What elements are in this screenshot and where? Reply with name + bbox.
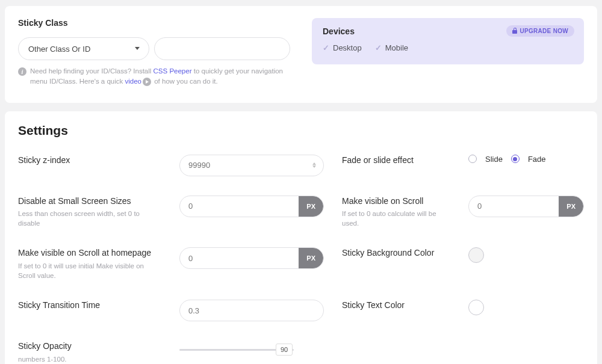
zindex-input-wrap — [179, 155, 324, 176]
visible-scroll-input-wrap: PX — [468, 196, 584, 217]
sticky-class-column: Sticky Class Other Class Or ID i Need he… — [18, 18, 290, 87]
textcolor-label: Sticky Text Color — [342, 300, 450, 311]
upgrade-button[interactable]: UPGRADE NOW — [506, 25, 574, 37]
transition-input-wrap — [179, 300, 324, 321]
check-icon: ✓ — [323, 43, 329, 52]
zindex-stepper[interactable] — [312, 162, 323, 168]
radio-fade-label: Fade — [528, 155, 546, 164]
transition-input[interactable] — [180, 300, 323, 321]
disable-input[interactable] — [180, 196, 299, 217]
disable-label: Disable at Small Screen Sizes — [18, 196, 161, 207]
textcolor-label-block: Sticky Text Color — [342, 300, 450, 311]
device-mobile-checkbox[interactable]: ✓ Mobile — [375, 43, 408, 52]
effect-radio-group: Slide Fade — [468, 155, 584, 164]
check-icon: ✓ — [375, 43, 382, 52]
radio-fade[interactable] — [511, 155, 520, 163]
visible-home-input[interactable] — [180, 248, 299, 268]
visible-scroll-input[interactable] — [469, 196, 559, 217]
devices-panel: UPGRADE NOW Devices ✓ Desktop ✓ Mobile — [312, 18, 584, 64]
effect-label: Fade or slide effect — [342, 155, 450, 166]
disable-input-wrap: PX — [179, 196, 324, 217]
play-icon — [143, 78, 151, 86]
sticky-class-card: Sticky Class Other Class Or ID i Need he… — [5, 6, 597, 103]
settings-heading: Settings — [18, 123, 584, 138]
visible-home-help: If set to 0 it will use initial Make vis… — [18, 262, 161, 280]
opacity-slider-thumb[interactable]: 90 — [276, 344, 293, 356]
visible-scroll-label-block: Make visible on Scroll If set to 0 auto … — [342, 196, 450, 229]
lock-icon — [512, 28, 517, 34]
helper-text: i Need help finding your ID/Class? Insta… — [18, 66, 290, 87]
visible-scroll-help: If set to 0 auto calculate will be used. — [342, 209, 450, 228]
opacity-label-block: Sticky Opacity numbers 1-100. — [18, 341, 161, 364]
visible-scroll-label: Make visible on Scroll — [342, 196, 450, 207]
transition-label-block: Sticky Transition Time — [18, 300, 161, 311]
textcolor-swatch[interactable] — [468, 300, 484, 315]
radio-slide-label: Slide — [485, 155, 503, 164]
bgcolor-label: Sticky Background Color — [342, 247, 450, 259]
settings-card: Settings Sticky z-index Fade or slide ef… — [5, 111, 597, 365]
disable-help: Less than chosen screen width, set 0 to … — [18, 209, 161, 228]
bgcolor-swatch[interactable] — [468, 247, 484, 263]
video-link[interactable]: video — [125, 78, 142, 85]
zindex-input[interactable] — [180, 155, 312, 176]
transition-label: Sticky Transition Time — [18, 300, 161, 311]
visible-home-input-wrap: PX — [179, 247, 324, 269]
device-desktop-checkbox[interactable]: ✓ Desktop — [323, 43, 362, 52]
visible-home-label: Make visible on Scroll at homepage — [18, 247, 161, 259]
zindex-label-block: Sticky z-index — [18, 155, 161, 166]
info-icon: i — [18, 67, 26, 76]
visible-home-label-block: Make visible on Scroll at homepage If se… — [18, 247, 161, 280]
px-suffix: PX — [299, 248, 323, 268]
bgcolor-label-block: Sticky Background Color — [342, 247, 450, 259]
sticky-class-label: Sticky Class — [18, 18, 290, 28]
px-suffix: PX — [299, 196, 323, 217]
effect-label-block: Fade or slide effect — [342, 155, 450, 166]
opacity-label: Sticky Opacity — [18, 341, 161, 352]
zindex-label: Sticky z-index — [18, 155, 161, 166]
disable-label-block: Disable at Small Screen Sizes Less than … — [18, 196, 161, 229]
opacity-help: numbers 1-100. — [18, 355, 161, 364]
css-peeper-link[interactable]: CSS Peeper — [154, 67, 192, 75]
px-suffix: PX — [559, 196, 583, 217]
opacity-slider[interactable]: 90 — [179, 341, 324, 359]
radio-slide[interactable] — [468, 155, 477, 163]
sticky-class-select[interactable]: Other Class Or ID — [18, 37, 149, 60]
sticky-class-input[interactable] — [154, 37, 290, 60]
sticky-class-select-wrap: Other Class Or ID — [18, 37, 149, 60]
